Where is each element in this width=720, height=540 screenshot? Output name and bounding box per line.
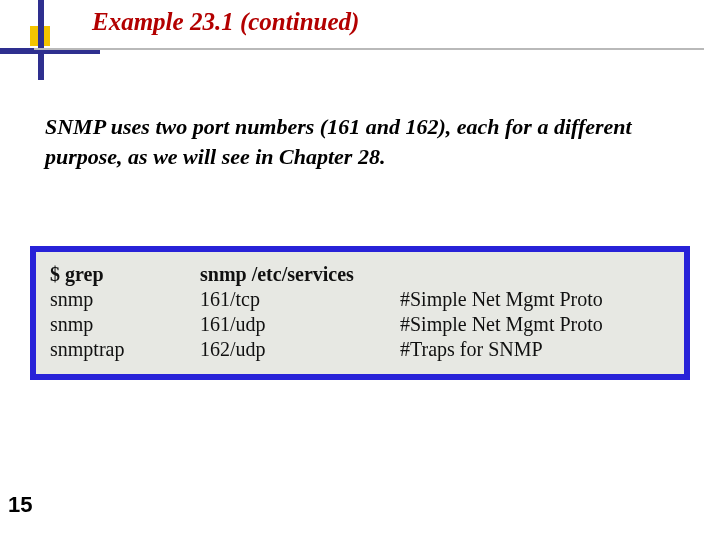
table-row: snmp 161/udp #Simple Net Mgmt Proto <box>50 312 670 337</box>
code-command-row: $ grep snmp /etc/services <box>50 262 670 287</box>
code-output-table: $ grep snmp /etc/services snmp 161/tcp #… <box>50 262 670 362</box>
service-name: snmp <box>50 312 200 337</box>
title-underline <box>34 48 704 50</box>
command-empty <box>400 262 670 287</box>
service-name: snmptrap <box>50 337 200 362</box>
page-number: 15 <box>8 492 32 518</box>
service-comment: #Traps for SNMP <box>400 337 670 362</box>
service-comment: #Simple Net Mgmt Proto <box>400 287 670 312</box>
decor-vertical-bar <box>38 0 44 80</box>
service-comment: #Simple Net Mgmt Proto <box>400 312 670 337</box>
command-grep: $ grep <box>50 262 200 287</box>
table-row: snmp 161/tcp #Simple Net Mgmt Proto <box>50 287 670 312</box>
slide-title: Example 23.1 (continued) <box>92 8 359 36</box>
command-args: snmp /etc/services <box>200 262 400 287</box>
service-port: 162/udp <box>200 337 400 362</box>
service-name: snmp <box>50 287 200 312</box>
service-port: 161/udp <box>200 312 400 337</box>
body-text: SNMP uses two port numbers (161 and 162)… <box>45 112 685 171</box>
code-output-box: $ grep snmp /etc/services snmp 161/tcp #… <box>30 246 690 380</box>
table-row: snmptrap 162/udp #Traps for SNMP <box>50 337 670 362</box>
service-port: 161/tcp <box>200 287 400 312</box>
